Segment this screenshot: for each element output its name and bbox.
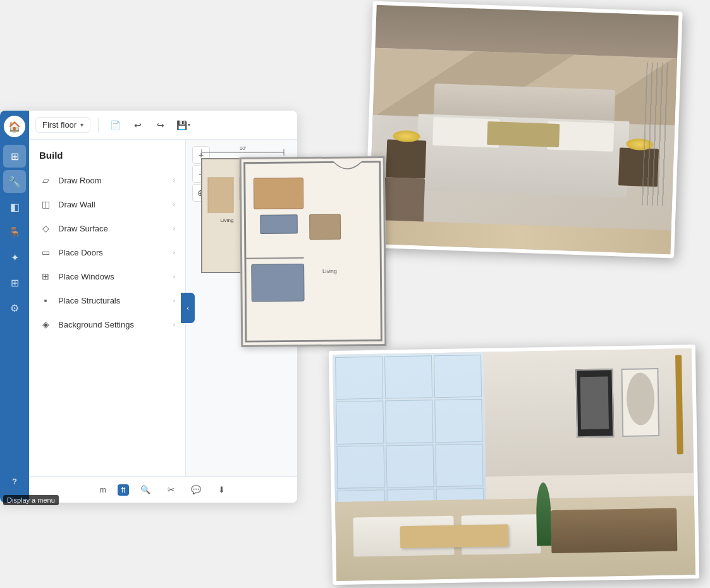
- menu-item-draw-wall[interactable]: ◫ Draw Wall ›: [29, 192, 185, 216]
- artwork-left: [575, 369, 614, 438]
- floor: [369, 220, 671, 254]
- coffee-table: [400, 524, 508, 548]
- place-windows-icon: ⊞: [39, 270, 52, 283]
- center-pillow: [487, 121, 560, 148]
- furniture-icon: 🪑: [8, 226, 21, 238]
- menu-item-left-place-windows: ⊞ Place Windows: [39, 270, 114, 283]
- place-structurals-chevron: ›: [173, 297, 175, 304]
- help-icon: ?: [12, 477, 17, 486]
- sidebar-item-grid[interactable]: ⊞: [3, 271, 26, 294]
- svg-text:10': 10': [240, 145, 247, 151]
- sidebar-item-furniture[interactable]: 🪑: [3, 221, 26, 243]
- collapse-sidebar-button[interactable]: ‹: [181, 293, 195, 323]
- background-settings-icon: ◈: [39, 318, 52, 331]
- living-floor: [335, 496, 695, 581]
- sidebar-item-help[interactable]: ? Display a menu: [3, 470, 26, 493]
- window-pane: [336, 401, 384, 444]
- place-doors-icon: ▭: [39, 246, 52, 259]
- floorplan-overlay-svg: Living: [242, 158, 385, 345]
- save-button[interactable]: 💾 ▾: [174, 116, 192, 134]
- svg-rect-17: [310, 214, 341, 239]
- draw-wall-icon: ◫: [39, 198, 52, 211]
- sidebar-item-decor[interactable]: ✦: [3, 246, 26, 269]
- menu-item-draw-surface[interactable]: ◇ Draw Surface ›: [29, 216, 185, 240]
- svg-text:Living: Living: [322, 268, 337, 274]
- window-pane: [336, 445, 384, 489]
- svg-rect-1: [208, 178, 233, 212]
- window-pane: [435, 444, 483, 487]
- tools-icon: ✂: [168, 485, 174, 494]
- new-file-button[interactable]: 📄: [106, 116, 124, 134]
- window-pane: [434, 355, 482, 398]
- save-icon: 💾: [176, 120, 187, 130]
- icon-sidebar: 🏠 ⊞ 🔧 ◧ 🪑 ✦ ⊞ ⚙ ? Display a menu: [0, 111, 29, 503]
- grid-icon: ⊞: [11, 277, 19, 289]
- unit-m-button[interactable]: m: [96, 484, 110, 496]
- undo-icon: ↩: [134, 120, 142, 130]
- sidebar-item-settings[interactable]: ⚙: [3, 297, 26, 319]
- background-settings-chevron: ›: [173, 321, 175, 328]
- sidebar-item-floorplan[interactable]: ⊞: [3, 145, 26, 168]
- draw-room-label: Draw Room: [58, 176, 102, 185]
- new-file-icon: 📄: [110, 120, 121, 130]
- settings-icon: ⚙: [10, 302, 19, 314]
- bottom-toolbar: m ft 🔍 ✂ 💬 ⬇: [29, 476, 297, 503]
- logo-button[interactable]: 🏠: [4, 116, 25, 137]
- floor-name: First floor: [42, 120, 77, 130]
- draw-surface-chevron: ›: [173, 224, 175, 232]
- draw-surface-label: Draw Surface: [58, 224, 108, 233]
- menu-item-background-settings[interactable]: ◈ Background Settings ›: [29, 312, 185, 336]
- place-structurals-label: Place Structurals: [58, 296, 120, 305]
- curtains-right: [642, 62, 671, 206]
- window-pane: [386, 444, 434, 488]
- menu-item-place-windows[interactable]: ⊞ Place Windows ›: [29, 264, 185, 288]
- place-windows-label: Place Windows: [58, 272, 114, 281]
- window-pane: [335, 357, 383, 400]
- floor-selector[interactable]: First floor ▾: [35, 117, 90, 133]
- living-interior: [333, 348, 695, 581]
- collapse-icon: ‹: [187, 304, 189, 312]
- search-canvas-button[interactable]: 🔍: [137, 481, 154, 499]
- tools-button[interactable]: ✂: [162, 481, 180, 499]
- build-sidebar: Build ▱ Draw Room › ◫ Draw Wall ›: [29, 140, 186, 476]
- comment-icon: 💬: [191, 485, 201, 494]
- menu-item-left-draw-surface: ◇ Draw Surface: [39, 222, 108, 235]
- menu-item-left-draw-room: ▱ Draw Room: [39, 174, 102, 187]
- materials-icon: ◧: [10, 201, 20, 213]
- toolbar-separator-1: [98, 118, 99, 133]
- sidebar-item-materials[interactable]: ◧: [3, 195, 26, 218]
- draw-wall-label: Draw Wall: [58, 200, 95, 209]
- wrench-icon: 🔧: [8, 176, 21, 188]
- save-dropdown-icon: ▾: [188, 122, 190, 128]
- menu-item-left-draw-wall: ◫ Draw Wall: [39, 198, 95, 211]
- export-button[interactable]: ⬇: [212, 481, 230, 499]
- place-structurals-icon: ▪: [39, 294, 52, 307]
- sidebar-item-build[interactable]: 🔧: [3, 170, 26, 193]
- svg-line-13: [245, 258, 304, 259]
- svg-rect-15: [260, 215, 298, 234]
- redo-icon: ↪: [157, 120, 164, 130]
- place-doors-label: Place Doors: [58, 248, 103, 257]
- menu-item-left-background-settings: ◈ Background Settings: [39, 318, 134, 331]
- draw-room-icon: ▱: [39, 174, 52, 187]
- menu-item-draw-room[interactable]: ▱ Draw Room ›: [29, 168, 185, 192]
- menu-item-place-doors[interactable]: ▭ Place Doors ›: [29, 240, 185, 264]
- undo-button[interactable]: ↩: [129, 116, 147, 134]
- redo-button[interactable]: ↪: [152, 116, 169, 134]
- nightstand-left: [386, 139, 426, 179]
- background-settings-label: Background Settings: [58, 320, 134, 329]
- window-pane: [434, 399, 482, 443]
- export-icon: ⬇: [218, 485, 225, 494]
- draw-room-chevron: ›: [173, 176, 175, 184]
- floor-plan-icon: ⊞: [11, 150, 19, 162]
- menu-item-left-place-doors: ▭ Place Doors: [39, 246, 103, 259]
- bedroom-photo: [364, 1, 682, 259]
- svg-text:Living: Living: [221, 217, 234, 223]
- search-icon: 🔍: [140, 485, 150, 494]
- floor-selector-chevron: ▾: [80, 121, 83, 128]
- decor-icon: ✦: [11, 252, 19, 264]
- window-pane: [384, 355, 432, 399]
- comment-button[interactable]: 💬: [187, 481, 205, 499]
- menu-item-place-structurals[interactable]: ▪ Place Structurals ›: [29, 288, 185, 312]
- unit-ft-button[interactable]: ft: [118, 484, 130, 496]
